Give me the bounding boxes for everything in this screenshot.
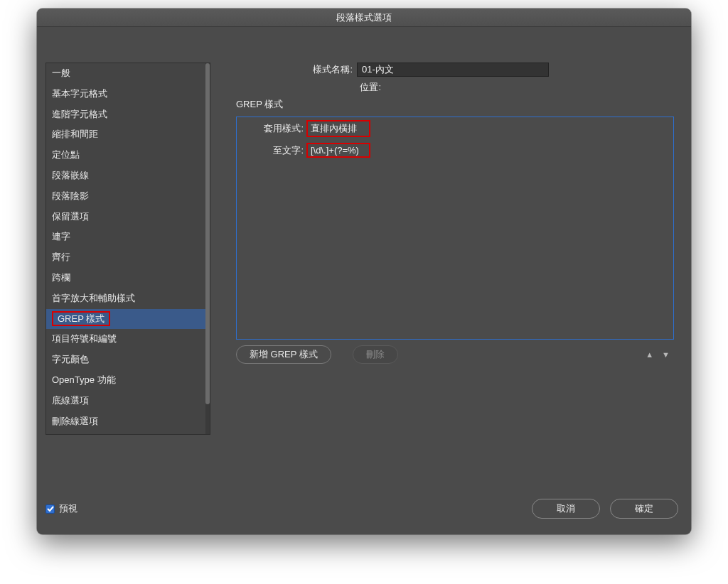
category-item[interactable]: 進階字元格式 xyxy=(46,104,205,125)
category-item[interactable]: 刪除線選項 xyxy=(46,411,205,432)
category-item[interactable]: 自動直排內橫排設定 xyxy=(46,431,205,434)
scrollbar-thumb[interactable] xyxy=(205,63,210,404)
category-item[interactable]: 項目符號和編號 xyxy=(46,329,205,350)
style-name-input[interactable] xyxy=(357,63,549,77)
move-down-icon[interactable]: ▼ xyxy=(658,349,674,360)
new-grep-style-button[interactable]: 新增 GREP 樣式 xyxy=(236,345,331,364)
grep-panel-buttons: 新增 GREP 樣式 刪除 ▲ ▼ xyxy=(236,345,674,364)
scrollbar-track[interactable] xyxy=(205,63,210,434)
category-item[interactable]: 段落陰影 xyxy=(46,186,205,207)
titlebar: 段落樣式選項 xyxy=(37,9,691,27)
category-item[interactable]: 縮排和間距 xyxy=(46,124,205,145)
category-item[interactable]: 跨欄 xyxy=(46,268,205,288)
delete-grep-style-button: 刪除 xyxy=(353,345,398,364)
category-item-label: GREP 樣式 xyxy=(52,311,110,326)
grep-rule-apply-row[interactable]: 套用樣式:直排內橫排 xyxy=(237,117,673,140)
check-icon xyxy=(47,505,54,512)
preview-label[interactable]: 預視 xyxy=(59,502,77,515)
category-list: 一般基本字元格式進階字元格式縮排和間距定位點段落嵌線段落陰影保留選項連字齊行跨欄… xyxy=(46,63,210,435)
apply-style-label: 套用樣式: xyxy=(242,122,306,135)
style-name-label: 樣式名稱: xyxy=(236,63,357,76)
apply-style-value[interactable]: 直排內橫排 xyxy=(306,120,370,137)
header-fields: 樣式名稱: 位置: xyxy=(236,63,677,98)
cancel-button[interactable]: 取消 xyxy=(532,499,600,519)
ok-button[interactable]: 確定 xyxy=(610,499,678,519)
dialog-bottom-bar: 預視 取消 確定 xyxy=(46,499,678,519)
to-text-label: 至文字: xyxy=(242,144,306,157)
category-item[interactable]: 一般 xyxy=(46,63,205,84)
category-item[interactable]: 底線選項 xyxy=(46,391,205,411)
grep-rules-panel[interactable]: 套用樣式:直排內橫排至文字:[\d\.]+(?=%) xyxy=(236,117,674,340)
category-item[interactable]: 段落嵌線 xyxy=(46,166,205,186)
preview-checkbox[interactable] xyxy=(46,504,55,514)
move-up-icon[interactable]: ▲ xyxy=(641,349,658,360)
category-item[interactable]: OpenType 功能 xyxy=(46,370,205,391)
category-item[interactable]: 齊行 xyxy=(46,247,205,268)
category-item[interactable]: 基本字元格式 xyxy=(46,84,205,104)
category-item[interactable]: 首字放大和輔助樣式 xyxy=(46,288,205,309)
category-item[interactable]: 定位點 xyxy=(46,145,205,166)
to-text-value[interactable]: [\d\.]+(?=%) xyxy=(306,143,370,158)
dialog-window: 段落樣式選項 樣式名稱: 位置: GREP 樣式 一般基本字元格式進階字元格式縮… xyxy=(37,9,691,534)
location-label: 位置: xyxy=(236,81,385,94)
window-title: 段落樣式選項 xyxy=(336,11,392,24)
dialog-content: 樣式名稱: 位置: GREP 樣式 一般基本字元格式進階字元格式縮排和間距定位點… xyxy=(37,27,691,534)
grep-section-title: GREP 樣式 xyxy=(236,98,283,111)
category-item[interactable]: 字元顏色 xyxy=(46,350,205,370)
grep-rule-totext-row[interactable]: 至文字:[\d\.]+(?=%) xyxy=(237,140,673,161)
category-item[interactable]: 連字 xyxy=(46,227,205,247)
category-item[interactable]: GREP 樣式 xyxy=(46,309,205,330)
category-item[interactable]: 保留選項 xyxy=(46,207,205,227)
